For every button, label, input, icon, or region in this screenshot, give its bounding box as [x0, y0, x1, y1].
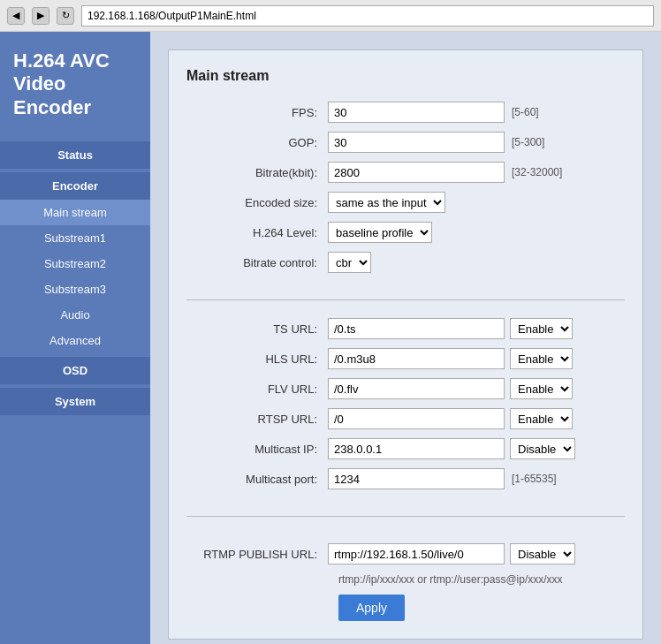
gop-label: GOP:	[186, 136, 328, 149]
rtmp-disable-select[interactable]: Disable	[510, 543, 575, 564]
rtmp-input[interactable]	[328, 543, 505, 564]
multicast-ip-label: Multicast IP:	[186, 443, 328, 456]
fps-label: FPS:	[186, 106, 328, 119]
multicast-port-label: Multicast port:	[186, 473, 328, 486]
bitrate-control-row: Bitrate control: cbr	[186, 252, 625, 273]
ts-url-input[interactable]	[328, 318, 505, 339]
sidebar-item-mainstream[interactable]: Main stream	[0, 200, 150, 225]
main-content: Main stream FPS: [5-60] GOP: [5-300] Bit…	[150, 32, 661, 644]
gop-hint: [5-300]	[512, 136, 544, 148]
multicast-port-input[interactable]	[328, 468, 505, 489]
bitrate-control-label: Bitrate control:	[186, 256, 328, 269]
multicast-ip-row: Multicast IP: Disable	[186, 438, 625, 459]
ts-url-row: TS URL: Enable	[186, 318, 625, 339]
encoded-size-label: Encoded size:	[186, 196, 328, 209]
rtmp-label: RTMP PUBLISH URL:	[186, 548, 328, 561]
rtsp-url-label: RTSP URL:	[186, 413, 328, 426]
url-bar[interactable]	[81, 5, 654, 27]
rtsp-url-input[interactable]	[328, 408, 505, 429]
rtsp-enable-select[interactable]: Enable	[510, 408, 573, 429]
hls-url-input[interactable]	[328, 348, 505, 369]
bitrate-input[interactable]	[328, 162, 505, 183]
sidebar-item-advanced[interactable]: Advanced	[0, 328, 150, 353]
fps-row: FPS: [5-60]	[186, 102, 625, 123]
sidebar-item-substream3[interactable]: Substream3	[0, 277, 150, 302]
h264-level-label: H.264 Level:	[186, 226, 328, 239]
ts-enable-select[interactable]: Enable	[510, 318, 573, 339]
flv-url-row: FLV URL: Enable	[186, 378, 625, 399]
encoded-size-row: Encoded size: same as the input	[186, 192, 625, 213]
bitrate-row: Bitrate(kbit): [32-32000]	[186, 162, 625, 183]
section-title: Main stream	[186, 68, 625, 84]
sidebar-section-system[interactable]: System	[0, 388, 150, 415]
multicast-port-row: Multicast port: [1-65535]	[186, 468, 625, 489]
rtmp-row: RTMP PUBLISH URL: Disable	[186, 543, 625, 564]
multicast-ip-input[interactable]	[328, 438, 505, 459]
hls-url-row: HLS URL: Enable	[186, 348, 625, 369]
sidebar-section-status[interactable]: Status	[0, 141, 150, 169]
multicast-disable-select[interactable]: Disable	[510, 438, 575, 459]
rtsp-url-row: RTSP URL: Enable	[186, 408, 625, 429]
bitrate-control-select[interactable]: cbr	[328, 252, 371, 273]
sidebar-item-substream1[interactable]: Substream1	[0, 225, 150, 251]
flv-enable-select[interactable]: Enable	[510, 378, 573, 399]
fps-input[interactable]	[328, 102, 505, 123]
sidebar-item-audio[interactable]: Audio	[0, 302, 150, 328]
h264-level-row: H.264 Level: baseline profile	[186, 222, 625, 243]
content-box: Main stream FPS: [5-60] GOP: [5-300] Bit…	[168, 49, 643, 640]
bitrate-label: Bitrate(kbit):	[186, 166, 328, 179]
apply-button[interactable]: Apply	[338, 595, 405, 621]
forward-button[interactable]: ▶	[32, 7, 49, 25]
sidebar-logo: H.264 AVC Video Encoder	[0, 32, 150, 141]
flv-url-label: FLV URL:	[186, 383, 328, 396]
sidebar-section-osd[interactable]: OSD	[0, 357, 150, 384]
refresh-button[interactable]: ↻	[57, 7, 74, 25]
hls-enable-select[interactable]: Enable	[510, 348, 573, 369]
hls-url-label: HLS URL:	[186, 352, 328, 366]
multicast-port-hint: [1-65535]	[512, 473, 557, 485]
sidebar-section-encoder[interactable]: Encoder	[0, 172, 150, 200]
sidebar-item-substream2[interactable]: Substream2	[0, 251, 150, 277]
ts-url-label: TS URL:	[186, 322, 328, 336]
gop-row: GOP: [5-300]	[186, 132, 625, 153]
gop-input[interactable]	[328, 132, 505, 153]
h264-level-select[interactable]: baseline profile	[328, 222, 432, 243]
encoder-settings-section: FPS: [5-60] GOP: [5-300] Bitrate(kbit): …	[186, 102, 625, 300]
url-settings-section: TS URL: Enable HLS URL: Enable FLV URL:	[186, 318, 625, 517]
flv-url-input[interactable]	[328, 378, 505, 399]
sidebar: H.264 AVC Video Encoder Status Encoder M…	[0, 32, 150, 644]
page-layout: H.264 AVC Video Encoder Status Encoder M…	[0, 32, 661, 644]
browser-bar: ◀ ▶ ↻	[0, 0, 661, 32]
encoded-size-select[interactable]: same as the input	[328, 192, 445, 213]
rtmp-section: RTMP PUBLISH URL: Disable rtmp://ip/xxx/…	[186, 534, 625, 621]
rtmp-hint: rtmp://ip/xxx/xxx or rtmp://user:pass@ip…	[338, 573, 625, 586]
back-button[interactable]: ◀	[7, 7, 25, 25]
bitrate-hint: [32-32000]	[512, 166, 562, 178]
fps-hint: [5-60]	[512, 106, 539, 118]
